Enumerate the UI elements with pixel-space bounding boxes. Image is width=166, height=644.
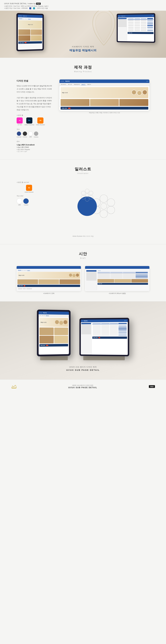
color-section: 색상 #2e4A8B #353535 #ffffff (16, 128, 53, 138)
font-regular: 나눔스퀘어 Regular (16, 148, 53, 150)
draft-header-2 (85, 266, 149, 269)
illust-ai-icon: Ai (26, 185, 32, 191)
draft-item-2: 매일유업 (85, 266, 149, 294)
draft-header-1 (16, 266, 81, 269)
svg-point-13 (81, 191, 85, 195)
illust-swatch-blue: #2a64b6 (23, 198, 29, 206)
draft-grid: 매일유업 메인 회사소개 Maeil To 매일 너시리 (16, 266, 149, 294)
food-card-1 (61, 99, 90, 106)
tool-ps: Ps Adobe Photoshop (24, 118, 34, 126)
ps-label: Adobe Photoshop (24, 124, 34, 126)
section-title-draft: 시안 (16, 251, 149, 256)
ai-label: Adobe Illustrator (36, 124, 45, 126)
tablet-mockup-right: 매일레시피 검색 (117, 13, 155, 43)
svg-point-8 (85, 189, 89, 193)
final-tablet-landscape: 매일유업 검색 ▾ (79, 318, 129, 356)
color-swatch-3: #ffffff (28, 132, 33, 138)
draft-mockup-1: 매일유업 메인 회사소개 Maeil To 매일 너시리 (16, 266, 81, 291)
page-footer: UI/UX 서브 페이지 디자인 제작 UI/UX SUB PAGE DETAI… (0, 380, 166, 394)
swatch-blue (17, 132, 21, 136)
swatch-dark (23, 132, 27, 136)
font-info: 사용한 폰트 / Use Font : NÄS Lat 2902119 [ Bo… (4, 5, 48, 7)
mockup-footer: 1588-1539 CK (61, 107, 148, 110)
final-landscape-screen: 매일유업 검색 ▾ (81, 319, 128, 355)
nav-main: 메인 페이지 (61, 84, 67, 85)
illust-swatch-b (23, 198, 29, 204)
swatch-hex-2: #353535 (22, 136, 27, 138)
hero-title: 매일유업 매일레시피 (69, 48, 97, 52)
food-card-3 (119, 99, 148, 106)
making-process-section: 제작 과정 Making Process 디자인 컨셉 맛있고 신선한 아이디어… (0, 58, 166, 160)
mockup-body: 매일 너시리 1588-1539 CK (59, 86, 149, 111)
mockup-banner-text: 매일 너시리 (62, 92, 68, 94)
draft-item-1: 매일유업 메인 회사소개 Maeil To 매일 너시리 (16, 266, 81, 294)
illustration-section: 일러스트 Illustrator 사용한 툴 use tool Ai Adobe… (0, 160, 166, 244)
tools-section: 사용한 툴 Xe Xe Tool Ps Adobe Photoshop Ai A… (16, 114, 53, 126)
color-label: 색상 (16, 128, 53, 130)
section-heading-illust: 일러스트 Illustrator (16, 166, 149, 174)
mockup-header: 매일유업 검색 (59, 80, 149, 83)
illust-ai-label: Adobe Illustrator (24, 192, 34, 193)
hero-section: 매일레시피 매일유업 메인 회사소개 Maeil To 매일 너시리 (0, 11, 166, 58)
nav-products: 제품안내 (87, 84, 91, 85)
ps-icon: Ps (26, 118, 32, 124)
illust-hex-blue: #2a64b6 (24, 204, 28, 206)
svg-point-7 (77, 196, 97, 216)
footer-text: UI/UX 서브 페이지 디자인 제작 UI/UX SUB PAGE DETAI… (68, 384, 97, 388)
illust-tool-ai: Ai Adobe Illustrator (16, 185, 41, 193)
draft-body-1: 매일유업 메인 회사소개 Maeil To 매일 너시리 (16, 269, 81, 291)
section-subtitle-draft: Draft (16, 257, 149, 259)
footer-logo-svg (11, 384, 16, 389)
section-subtitle-illust: Illustrator (16, 172, 149, 174)
svg-point-14 (85, 194, 89, 197)
svg-point-3 (100, 210, 108, 218)
swatch-gray (34, 132, 38, 136)
draft-body-2: 매일유업 (85, 269, 149, 291)
mockup-banner: 매일 너시리 (61, 87, 148, 98)
svg-point-19 (16, 388, 16, 388)
svg-point-2 (107, 206, 115, 214)
draft-mockup-2: 매일유업 (85, 266, 149, 291)
concept-left-column: 디자인 컨셉 맛있고 신선한 아이디어를 담아 봄날처럼 화사하고 신선한 느낌… (16, 80, 53, 152)
draft-label-2: 서브페이지 (메뉴바 펼침) (109, 292, 126, 294)
zoom-info: 100% 제안 비율 (37, 7, 48, 9)
nav-about: 매일유업이란 (73, 84, 80, 85)
svg-point-9 (89, 191, 93, 195)
font-bold: 나눔스퀘어 Bold (16, 146, 53, 148)
illustration-content: 사용한 툴 use tool Ai Adobe Illustrator 색상 c… (16, 181, 149, 231)
mockup-food-grid (61, 99, 148, 106)
illust-credit: Adobe Illustrator 벡터 이미지 작업 (16, 234, 149, 237)
final-tablets-row: 매일유업 메인 회사소개 Maeil To 매일 너시리 (11, 310, 155, 360)
decorative-arch (90, 11, 118, 48)
illust-tool-label: 사용한 툴 use tool (16, 181, 41, 183)
final-label: UI/UX 서브 페이지 디자인 제작 (11, 366, 155, 368)
illust-right-col (50, 181, 149, 231)
swatch-hex-1: #2e4A8B (16, 136, 21, 138)
font-extrabold: 나눔스퀘어 ExtraBold (16, 144, 53, 146)
logo: DQS (36, 3, 41, 5)
svg-point-6 (101, 203, 107, 209)
illustration-svg-area (73, 184, 126, 228)
svg-marker-15 (12, 385, 16, 388)
stone-base-left (40, 356, 68, 360)
page-header: UI/UX SUB PAGE DETAIL / make by DQS 사용한 … (0, 0, 166, 11)
tools-label: 사용한 툴 (16, 114, 53, 116)
mockup-nav: 메인 페이지 회사소개 매일유업이란 Maeil To 제품안내 (59, 83, 149, 86)
concept-right-column: 매일유업 검색 메인 페이지 회사소개 매일유업이란 Maeil To 제품안내… (59, 80, 149, 114)
section-title-process: 제작 과정 (16, 65, 149, 70)
header-title: UI/UX SUB PAGE DETAIL / make by DQS (4, 2, 162, 5)
ux-label: Xe Tool (17, 124, 22, 126)
stone-base-right (83, 356, 125, 360)
svg-point-17 (11, 388, 12, 388)
footer-label: UI/UX 서브 페이지 디자인 제작 (68, 384, 97, 386)
tools-row: Xe Xe Tool Ps Adobe Photoshop Ai Adobe I… (16, 118, 53, 126)
color-info: 사용한 색상 / Use Color : #3553A8 (4, 7, 27, 9)
nav-company: 회사소개 (68, 84, 72, 85)
tool-ai: Ai Adobe Illustrator (36, 118, 45, 126)
section-subtitle-process: Making Process (16, 71, 149, 72)
final-tablet-right-group: 매일유업 검색 ▾ (79, 318, 129, 360)
final-caption: UI/UX 서브 페이지 디자인 제작 UI/UX SUB PAGE DETAI… (11, 366, 155, 371)
svg-point-1 (107, 198, 115, 206)
color-swatch-4: #aaaaaa (34, 132, 38, 138)
svg-point-0 (100, 195, 108, 202)
